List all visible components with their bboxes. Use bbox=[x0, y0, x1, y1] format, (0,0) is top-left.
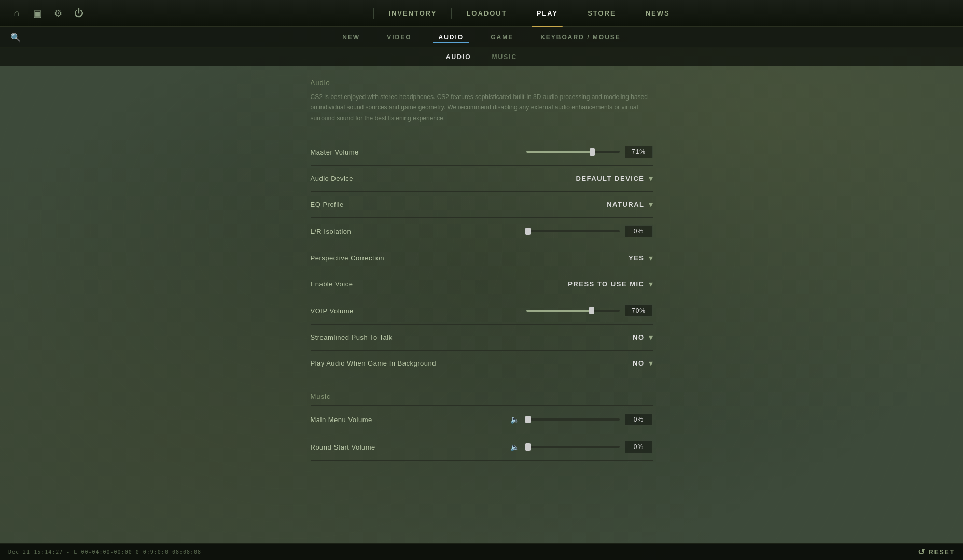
audio-section-title: Audio bbox=[311, 79, 653, 87]
round-start-volume-icon: 🔈 bbox=[510, 443, 519, 451]
master-volume-slider[interactable] bbox=[526, 151, 620, 153]
enable-voice-dropdown[interactable]: PRESS TO USE MIC ▾ bbox=[568, 279, 652, 289]
eq-profile-value: NATURAL bbox=[607, 201, 644, 208]
search-icon[interactable]: 🔍 bbox=[10, 32, 21, 42]
play-audio-bg-arrow: ▾ bbox=[649, 358, 653, 368]
subtab-audio[interactable]: AUDIO bbox=[446, 53, 471, 61]
voip-volume-row: VOIP Volume 70% bbox=[311, 297, 653, 324]
main-menu-volume-slider[interactable] bbox=[526, 418, 620, 421]
perspective-correction-row: Perspective Correction YES ▾ bbox=[311, 245, 653, 271]
streamlined-ptt-arrow: ▾ bbox=[649, 332, 653, 342]
audio-device-dropdown[interactable]: DEFAULT DEVICE ▾ bbox=[576, 174, 653, 184]
main-menu-volume-icon: 🔈 bbox=[510, 415, 519, 424]
enable-voice-arrow: ▾ bbox=[649, 279, 653, 289]
voip-volume-fill bbox=[526, 310, 592, 312]
audio-device-value: DEFAULT DEVICE bbox=[576, 175, 645, 183]
eq-profile-label: EQ Profile bbox=[311, 201, 607, 208]
settings-panel: Audio CS2 is best enjoyed with stereo he… bbox=[311, 79, 653, 461]
subtab-music[interactable]: MUSIC bbox=[492, 53, 518, 61]
music-section-title: Music bbox=[311, 393, 653, 400]
round-start-volume-control: 🔈 0% bbox=[510, 441, 653, 453]
top-nav: ⌂ ▣ ⚙ ⏻ INVENTORY LOADOUT PLAY STORE NEW… bbox=[0, 0, 963, 27]
home-icon[interactable]: ⌂ bbox=[8, 5, 25, 22]
section-spacer bbox=[311, 376, 653, 393]
gear-icon[interactable]: ⚙ bbox=[50, 5, 66, 22]
perspective-correction-arrow: ▾ bbox=[649, 253, 653, 263]
voip-volume-label: VOIP Volume bbox=[311, 307, 526, 315]
tab-audio[interactable]: AUDIO bbox=[433, 32, 469, 43]
main-content: Audio CS2 is best enjoyed with stereo he… bbox=[0, 66, 963, 543]
nav-inventory[interactable]: INVENTORY bbox=[374, 0, 451, 27]
lr-isolation-control: 0% bbox=[526, 225, 653, 237]
enable-voice-value: PRESS TO USE MIC bbox=[568, 280, 644, 288]
voip-volume-control: 70% bbox=[526, 304, 653, 317]
streamlined-ptt-dropdown[interactable]: NO ▾ bbox=[633, 332, 653, 342]
power-icon[interactable]: ⏻ bbox=[71, 5, 87, 22]
timestamp: Dec 21 15:14:27 - L 00-04:00-00:00 0 0:9… bbox=[8, 549, 201, 555]
bottom-bar: Dec 21 15:14:27 - L 00-04:00-00:00 0 0:9… bbox=[0, 543, 963, 560]
play-audio-bg-value: NO bbox=[633, 359, 645, 367]
voip-volume-thumb[interactable] bbox=[589, 307, 594, 314]
lr-isolation-value: 0% bbox=[625, 225, 653, 237]
main-menu-volume-row: Main Menu Volume 🔈 0% bbox=[311, 405, 653, 433]
nav-loadout[interactable]: LOADOUT bbox=[452, 0, 521, 27]
round-start-volume-thumb[interactable] bbox=[525, 443, 531, 451]
streamlined-ptt-row: Streamlined Push To Talk NO ▾ bbox=[311, 324, 653, 350]
round-start-volume-row: Round Start Volume 🔈 0% bbox=[311, 433, 653, 461]
nav-play[interactable]: PLAY bbox=[522, 0, 573, 27]
perspective-correction-dropdown[interactable]: YES ▾ bbox=[629, 253, 653, 263]
lr-isolation-row: L/R Isolation 0% bbox=[311, 217, 653, 245]
main-menu-volume-label: Main Menu Volume bbox=[311, 416, 510, 424]
voip-volume-value: 70% bbox=[625, 304, 653, 317]
sub-tabs: AUDIO MUSIC bbox=[0, 48, 963, 66]
nav-icons: ⌂ ▣ ⚙ ⏻ bbox=[0, 5, 95, 22]
round-start-volume-label: Round Start Volume bbox=[311, 443, 510, 451]
second-nav: 🔍 NEW VIDEO AUDIO GAME KEYBOARD / MOUSE bbox=[0, 27, 963, 48]
tab-new[interactable]: NEW bbox=[337, 32, 365, 43]
master-volume-label: Master Volume bbox=[311, 148, 526, 156]
lr-isolation-label: L/R Isolation bbox=[311, 228, 526, 235]
enable-voice-row: Enable Voice PRESS TO USE MIC ▾ bbox=[311, 271, 653, 297]
eq-profile-arrow: ▾ bbox=[649, 200, 653, 209]
play-audio-bg-label: Play Audio When Game In Background bbox=[311, 359, 633, 367]
reset-icon: ↺ bbox=[918, 547, 926, 557]
master-volume-control: 71% bbox=[526, 146, 653, 158]
streamlined-ptt-value: NO bbox=[633, 333, 645, 341]
tv-icon[interactable]: ▣ bbox=[29, 5, 46, 22]
main-menu-volume-control: 🔈 0% bbox=[510, 413, 653, 426]
nav-news[interactable]: NEWS bbox=[631, 0, 685, 27]
main-menu-volume-thumb[interactable] bbox=[525, 416, 531, 423]
nav-store[interactable]: STORE bbox=[573, 0, 631, 27]
master-volume-thumb[interactable] bbox=[590, 148, 595, 156]
tab-keyboard-mouse[interactable]: KEYBOARD / MOUSE bbox=[535, 32, 626, 43]
enable-voice-label: Enable Voice bbox=[311, 280, 568, 288]
audio-device-arrow: ▾ bbox=[649, 174, 653, 184]
perspective-correction-value: YES bbox=[629, 254, 645, 262]
streamlined-ptt-label: Streamlined Push To Talk bbox=[311, 333, 633, 341]
audio-description: CS2 is best enjoyed with stereo headphon… bbox=[311, 92, 653, 123]
perspective-correction-label: Perspective Correction bbox=[311, 254, 629, 262]
nav-menu: INVENTORY LOADOUT PLAY STORE NEWS bbox=[95, 0, 963, 27]
audio-device-label: Audio Device bbox=[311, 175, 576, 183]
eq-profile-row: EQ Profile NATURAL ▾ bbox=[311, 191, 653, 217]
reset-button[interactable]: ↺ RESET bbox=[918, 547, 955, 557]
tab-game[interactable]: GAME bbox=[485, 32, 519, 43]
master-volume-row: Master Volume 71% bbox=[311, 138, 653, 165]
play-audio-bg-dropdown[interactable]: NO ▾ bbox=[633, 358, 653, 368]
round-start-volume-value: 0% bbox=[625, 441, 653, 453]
voip-volume-slider[interactable] bbox=[526, 310, 620, 312]
main-menu-volume-value: 0% bbox=[625, 413, 653, 426]
master-volume-fill bbox=[526, 151, 593, 153]
round-start-volume-slider[interactable] bbox=[526, 446, 620, 448]
eq-profile-dropdown[interactable]: NATURAL ▾ bbox=[607, 200, 652, 209]
lr-isolation-slider[interactable] bbox=[526, 230, 620, 232]
reset-label: RESET bbox=[929, 549, 955, 556]
lr-isolation-thumb[interactable] bbox=[525, 228, 531, 235]
tab-video[interactable]: VIDEO bbox=[382, 32, 416, 43]
audio-device-row: Audio Device DEFAULT DEVICE ▾ bbox=[311, 165, 653, 191]
master-volume-value: 71% bbox=[625, 146, 653, 158]
nav-separator-6 bbox=[685, 8, 685, 19]
play-audio-bg-row: Play Audio When Game In Background NO ▾ bbox=[311, 350, 653, 376]
